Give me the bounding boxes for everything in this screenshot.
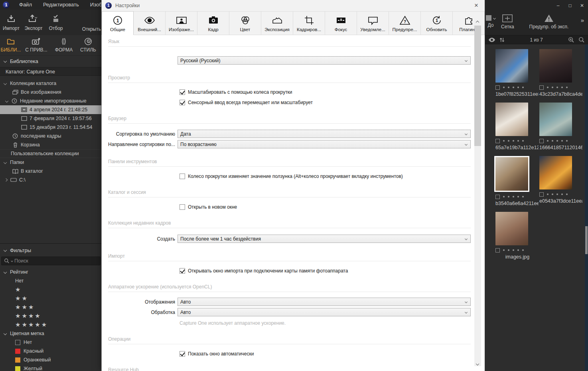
exposure-warning-button[interactable]: Предупр. об эксп. — [525, 14, 573, 30]
scroll-down-icon[interactable] — [476, 362, 479, 365]
tab-focus[interactable]: Фокус — [325, 11, 357, 35]
thumbnail-item[interactable]: 1666418571120146... — [539, 103, 583, 150]
thumbnail-image[interactable] — [495, 103, 528, 136]
sort-icon[interactable] — [499, 37, 505, 43]
check-import-on-card[interactable]: Открывать окно импорта при подключении к… — [180, 268, 471, 274]
rating-3-stars[interactable]: ★★★ — [0, 303, 102, 312]
language-dropdown[interactable]: Русский (Русский) — [178, 56, 471, 65]
select-checkbox[interactable] — [539, 192, 544, 197]
grid-button[interactable]: Сетка — [501, 14, 514, 30]
checkbox-checked-icon[interactable] — [180, 89, 185, 95]
tree-item-date-3[interactable]: 15 декабря 2023 г. 11:54:54 — [0, 123, 102, 132]
rating-filter-header[interactable]: Рейтинг — [0, 268, 102, 276]
minimize-button[interactable]: – — [552, 0, 564, 11]
maximize-button[interactable]: □ — [564, 0, 576, 11]
scroll-up-icon[interactable] — [476, 21, 479, 24]
before-after-button[interactable]: До — [486, 15, 495, 28]
select-checkbox[interactable] — [539, 85, 544, 90]
catalog-bar[interactable]: Каталог: Capture One — [0, 67, 102, 76]
sort-default-dropdown[interactable]: Дата — [178, 130, 471, 138]
tree-group-catalog-collections[interactable]: Коллекции каталога — [0, 79, 102, 88]
check-scroll-zoom[interactable]: Масштабировать с помощью колеса прокрутк… — [180, 89, 471, 95]
thumbnail-image[interactable] — [539, 103, 572, 136]
tab-warnings[interactable]: ? Предупре... — [389, 11, 421, 35]
thumbnail-image[interactable] — [495, 49, 528, 83]
tree-group-recent-imports[interactable]: Недавние импортированные — [0, 97, 102, 105]
check-open-new-window[interactable]: Открыть в новом окне — [180, 204, 471, 210]
check-scroll-slider[interactable]: Колесо прокрутки изменяет значение ползу… — [180, 174, 471, 179]
tree-group-folders[interactable]: Папки — [0, 158, 102, 167]
thumbnails-scrollbar[interactable] — [585, 45, 588, 371]
tab-general[interactable]: 1 Общие — [102, 11, 134, 35]
menu-file[interactable]: Файл — [14, 0, 37, 10]
color-label-none[interactable]: Нет — [0, 338, 102, 347]
tab-library[interactable]: БИБЛИ... — [0, 35, 22, 53]
rating-5-stars[interactable]: ★★★★★ — [0, 320, 102, 329]
color-label-orange[interactable]: Оранжевый — [0, 355, 102, 364]
select-checkbox[interactable] — [539, 139, 544, 143]
tab-color[interactable]: Цвет — [229, 11, 261, 35]
thumbnail-image[interactable] — [539, 49, 572, 83]
select-checkbox[interactable] — [495, 248, 500, 253]
import-button[interactable]: Импорт — [0, 10, 22, 31]
color-label-filter-header[interactable]: Цветная метка — [0, 329, 102, 338]
tree-item-in-catalog[interactable]: В каталог — [0, 167, 102, 176]
checkbox-checked-icon[interactable] — [180, 268, 185, 274]
thumbnail-item[interactable]: images.jpg — [495, 212, 539, 260]
process-accel-dropdown[interactable]: Авто — [178, 308, 471, 316]
thumbnail-image[interactable] — [495, 212, 528, 245]
menu-edit[interactable]: Редактировать — [37, 0, 85, 10]
tab-appearance[interactable]: Внешний... — [134, 11, 166, 35]
rating-2-stars[interactable]: ★★ — [0, 294, 102, 303]
thumbnail-item[interactable]: e0543a7f3dce11eea... — [539, 156, 583, 206]
thumbnail-image[interactable] — [539, 156, 572, 189]
zoom-thumbs-icon[interactable] — [568, 37, 574, 43]
rating-none[interactable]: Нет — [0, 276, 102, 285]
checkbox-unchecked-icon[interactable] — [180, 174, 185, 179]
export-button[interactable]: Экспорт — [22, 10, 45, 31]
tab-image[interactable]: Изображе... — [166, 11, 197, 35]
thumbnail-item[interactable]: 43c23d7a7b8ca4de... — [539, 49, 583, 97]
dialog-close-button[interactable]: ✕ — [471, 1, 481, 10]
check-show-window-auto[interactable]: Показать окно автоматически — [180, 351, 471, 357]
tab-capture[interactable]: Кадр — [197, 11, 229, 35]
tab-exposure[interactable]: Экспозиция — [261, 11, 293, 35]
tab-notifications[interactable]: Уведомле... — [357, 11, 389, 35]
search-thumbs-icon[interactable] — [578, 37, 585, 43]
thumbnail-item[interactable]: 65a7e19b7a112e12... — [495, 103, 539, 150]
tree-item-recent-captures[interactable]: последние кадры — [0, 132, 102, 140]
cull-button[interactable]: Отбор — [45, 10, 67, 31]
eye-icon[interactable] — [488, 37, 495, 42]
open-button[interactable]: Открыть — [82, 26, 101, 32]
scrollbar-thumb[interactable] — [585, 226, 588, 254]
select-checkbox[interactable] — [495, 85, 500, 90]
sort-direction-dropdown[interactable]: По возрастанию — [178, 140, 471, 148]
display-accel-dropdown[interactable]: Авто — [178, 298, 471, 306]
dialog-title-bar[interactable]: Настройки ✕ — [102, 0, 485, 11]
toolbar-overflow-button[interactable]: » — [581, 17, 584, 24]
filters-header[interactable]: Фильтры — [0, 245, 102, 255]
thumbnail-image[interactable] — [494, 156, 529, 192]
tree-item-all-images[interactable]: Все изображения — [0, 88, 102, 97]
rating-4-stars[interactable]: ★★★★ — [0, 312, 102, 320]
thumbnail-item-selected[interactable]: b3540a6e6a4211ee... — [495, 156, 539, 206]
tab-style[interactable]: СТИЛЬ — [77, 35, 100, 53]
tab-crop[interactable]: Кадриров... — [293, 11, 325, 35]
tree-item-user-collections[interactable]: Пользовательские коллекции — [0, 149, 102, 158]
thumbnail-item[interactable]: 1be07f82525311ee8... — [495, 49, 539, 97]
close-button[interactable]: ✕ — [576, 0, 588, 11]
select-checkbox[interactable] — [495, 195, 500, 199]
tree-item-drive-c[interactable]: C:\ — [0, 176, 102, 184]
search-input[interactable] — [14, 258, 98, 264]
tab-shape[interactable]: ФОРМА — [51, 35, 77, 53]
select-checkbox[interactable] — [495, 139, 500, 143]
dialog-scrollbar[interactable] — [474, 20, 481, 366]
search-bar[interactable] — [1, 257, 101, 265]
rating-1-star[interactable]: ★ — [0, 285, 102, 294]
library-header[interactable]: Библиотека — [0, 56, 102, 66]
scrollbar-thumb[interactable] — [474, 26, 481, 146]
checkbox-unchecked-icon[interactable] — [180, 204, 185, 210]
menu-image[interactable]: Изображени — [85, 0, 102, 10]
color-label-red[interactable]: Красный — [0, 347, 102, 355]
checkbox-checked-icon[interactable] — [180, 100, 185, 105]
